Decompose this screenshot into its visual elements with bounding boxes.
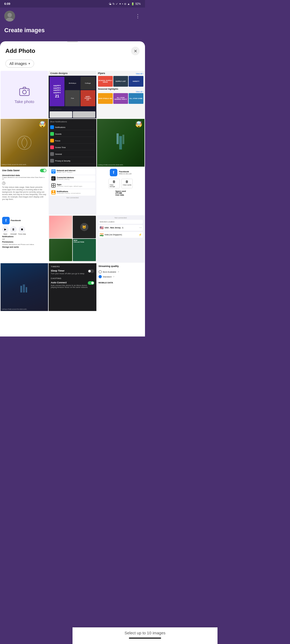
sheet-header: Add Photo ✕ [0,42,145,57]
streaming-option-1[interactable]: Best Available ? [99,270,143,273]
india-flag-icon: 🇮🇳 [100,233,104,237]
fb-app-header: f Facebook 448.0.0.30.115 [110,169,132,176]
take-photo-cell[interactable]: Take photo [1,71,48,118]
network-text-4: Notifications Notification history, conv… [57,191,93,194]
flyers-cell[interactable]: Flyers View all › SCHOOL SUPPLY DRIVE SU… [97,71,144,118]
svg-point-6 [18,136,31,149]
fb-app-header-2: f Facebook [2,217,46,224]
take-photo-label: Take photo [15,99,34,104]
flyer-card-1: SCHOOL SUPPLY DRIVE [98,76,113,87]
settings-item-4: Screen Time [50,145,95,150]
filter-dropdown[interactable]: All images ▾ [5,60,34,68]
streaming-option-2[interactable]: Standard ? [99,275,143,278]
flyer-card-2: SUPPLY LIST [113,76,128,87]
vpn-country-row: 🇺🇸 USA - New Jersey - 1 ⋯ [99,225,143,231]
network-item-3: Apps Assistant, recent apps, default app… [50,182,95,189]
settings-item-2: Sounds [50,131,95,137]
selected-location-label: Selected Location [100,221,115,223]
fb-clear-row: 🗑 Clear storage 🗑 Clear cache [108,179,133,188]
settings-icon-6 [50,159,54,163]
svg-point-5 [27,90,28,91]
dot-icon: • [122,2,123,5]
fb-detail-cell[interactable]: f Facebook 448.0.0.30.115 🗑 Clear storag… [97,167,144,215]
clear-cache-btn[interactable]: 🗑 Clear cache [121,179,133,188]
app-size-label: 275 MB [115,192,122,194]
social-post-1-cell[interactable]: 🤯 looking to finally account the whole w… [1,119,48,166]
svg-rect-16 [52,193,55,194]
battery-icon: 🔋 [131,2,134,5]
auto-connect-item: Auto Connect Auto connect this device to… [51,281,88,288]
settings-item-6: Privacy & Security [50,158,95,164]
settings-text-4: Screen Time [55,147,95,148]
network-item-1: Network and internet Mobile, Wi-Fi, hots… [50,168,95,175]
nature-icon [19,280,30,294]
svg-rect-7 [117,133,119,144]
unrestricted-section: Unrestricted data 2 apps allowed to use … [2,174,46,180]
seasonal-title: Seasonal highlights [98,88,143,90]
photo-3: Looking to finally account the whole wor… [1,263,48,311]
svg-point-10 [53,172,54,173]
fb-space-section: Space used 275 MB User data [115,190,126,196]
question-icon-2: ? [113,276,114,278]
fb-uninstall-btn[interactable]: 🗑 Uninstall [10,226,17,235]
canva-card-4: Cus [65,90,80,106]
settings-network-cell[interactable]: Network and internet Mobile, Wi-Fi, hots… [49,167,96,215]
page-title: Create images [0,25,145,38]
data-saver-cell[interactable]: Use Data Saver Unrestricted data 2 apps … [1,167,48,215]
photo-2: 🤯 Looking to finally account the whole w… [97,119,144,166]
radio-label-1: Best Available [103,271,116,273]
streaming-title: Streaming quality [99,265,143,268]
fb-notif-val: Off [2,238,46,240]
avatar[interactable] [4,11,15,21]
header-menu-button[interactable]: ⋮ [135,13,141,19]
fb-force-stop-btn[interactable]: ⏹ Force stop [18,226,26,235]
canva-card-2: Birthdays [65,77,80,90]
sleep-timer-toggle[interactable] [88,269,94,273]
flyers-view-all: View all › [136,73,143,75]
svg-rect-8 [119,136,122,149]
auto-connect-toggle[interactable] [88,281,94,285]
settings-icon-4 [50,145,54,149]
social-post-2-cell[interactable]: 🤯 Looking to finally account the whole w… [97,119,144,166]
caption-1: looking to finally account the whole wor… [2,164,47,166]
streaming-cell[interactable]: Streaming quality Best Available ? Stand… [97,263,144,311]
vpn-more-icon: ⋯ [139,226,142,229]
settings-text-3: Focus [55,140,95,142]
vpn-location-row: Selected Location [99,220,143,224]
activity-icon: ✦ [119,2,121,5]
settings-dark-cell[interactable]: Blue Notifications Notifications Sounds … [49,119,96,166]
canva-card-5: HAPPYFATHER'SDAY [81,90,95,106]
filter-row: All images ▾ [0,57,145,71]
fb-app-name-group: Facebook 448.0.0.30.115 [119,170,132,175]
clear-storage-btn[interactable]: 🗑 Clear storage [108,179,120,188]
social-post-3-cell[interactable]: Looking to finally account the whole wor… [1,263,48,311]
status-icons: 🌤 ↻ ✓ ✦ • ⊖ ▲ 🔋 92% [109,2,141,5]
data-saver-toggle[interactable] [40,169,46,172]
sleep-timer-title: Sleep Timer [51,269,84,272]
sync-icon: ↻ [113,2,115,5]
settings-item-1: Notifications [50,125,95,130]
flyer-card-3: VARSITY [129,76,143,87]
radio-standard [99,275,102,278]
svg-rect-14 [52,186,53,187]
flyer-card-6: ALL STAR GAME [129,93,143,104]
not-connected-label: Not connected [50,196,95,199]
fb-version: 448.0.0.30.115 [119,173,132,175]
fb-app-cell[interactable]: f Facebook ▶ Open 🗑 Uninstall ⏹ Force st… [1,215,48,263]
mobile-data-section: MOBILE DATA [99,281,143,284]
facebook-icon: f [110,169,117,176]
fb-app-name: Facebook [119,170,132,173]
timers-section-label: TIMERS [51,265,94,268]
canva-designs-cell[interactable]: Create designs HAPPYHAPPYHAPPYHAPPY21 Bi… [49,71,96,118]
timer-cell[interactable]: TIMERS Sleep Timer Turn your music off a… [49,263,96,311]
canva-header-label: Create designs [49,71,96,76]
vpn-cell[interactable]: Not connected Selected Location 🇺🇸 USA -… [97,215,144,263]
settings-item-3: Focus [50,138,95,144]
fb-permissions-val: Camera, Microphone and Photos and videos [2,244,46,245]
fb-open-btn[interactable]: ▶ Open [2,226,9,235]
close-button[interactable]: ✕ [131,47,140,55]
canva-card-3: Collage [81,77,95,90]
collage-cell[interactable]: 🐱 NEWCOLLECTION [49,215,96,263]
question-icon-1: ? [118,271,119,273]
vpn-connect-icon: ⚡ [139,233,142,236]
